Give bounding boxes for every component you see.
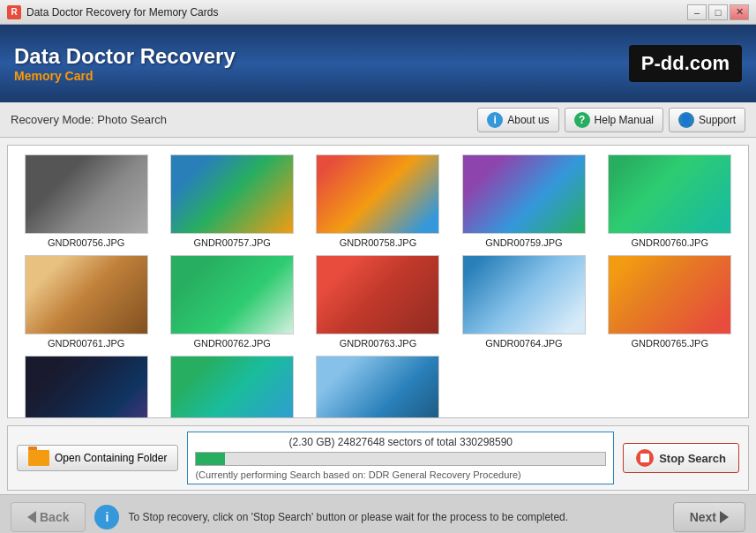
brand: Data Doctor Recovery Memory Card	[14, 44, 236, 83]
progress-bar-container	[195, 452, 606, 466]
photo-filename: GNDR00764.JPG	[485, 338, 562, 349]
photo-grid[interactable]: GNDR00756.JPGGNDR00757.JPGGNDR00758.JPGG…	[8, 146, 748, 417]
photo-thumbnail	[316, 154, 439, 234]
list-item[interactable]: GNDR00765.JPG	[601, 255, 739, 349]
photo-thumbnail	[25, 154, 148, 234]
list-item[interactable]: GNDR00767.JPG	[162, 356, 301, 417]
logo-text: P-dd.com	[641, 52, 730, 74]
minimize-button[interactable]: –	[687, 4, 707, 20]
photo-grid-container: GNDR00756.JPGGNDR00757.JPGGNDR00758.JPGG…	[7, 145, 749, 418]
photo-filename: GNDR00756.JPG	[48, 237, 124, 248]
progress-procedure-text: (Currently performing Search based on: D…	[195, 469, 606, 480]
info-icon: i	[487, 112, 503, 128]
support-button[interactable]: 👤 Support	[669, 108, 745, 132]
footer-message: To Stop recovery, click on 'Stop Search'…	[128, 511, 663, 523]
progress-block: (2.30 GB) 24827648 sectors of total 3302…	[187, 432, 614, 484]
back-button[interactable]: Back	[11, 502, 86, 532]
app-icon: R	[7, 5, 21, 19]
list-item[interactable]: GNDR00766.JPG	[17, 356, 155, 417]
photo-thumbnail	[25, 255, 148, 334]
about-us-button[interactable]: i About us	[477, 108, 558, 132]
logo-box: P-dd.com	[629, 45, 742, 82]
help-manual-label: Help Manual	[595, 114, 654, 126]
photo-thumbnail	[170, 356, 294, 417]
photo-filename: GNDR00759.JPG	[485, 237, 562, 248]
photo-thumbnail	[170, 255, 294, 334]
photo-thumbnail	[462, 255, 586, 334]
recovery-mode-label: Recovery Mode: Photo Search	[11, 113, 472, 126]
folder-icon	[28, 450, 49, 466]
photo-filename: GNDR00757.JPG	[193, 237, 270, 248]
footer-info-icon: i	[94, 505, 119, 529]
help-icon: ?	[574, 112, 590, 128]
open-containing-folder-button[interactable]: Open Containing Folder	[17, 445, 178, 471]
photo-filename: GNDR00761.JPG	[48, 338, 124, 349]
back-label: Back	[40, 510, 69, 524]
brand-main-text: Data Doctor Recovery	[14, 44, 236, 69]
photo-thumbnail	[25, 356, 148, 417]
list-item[interactable]: GNDR00758.JPG	[309, 154, 447, 248]
list-item[interactable]: GNDR00760.JPG	[601, 154, 739, 248]
arrow-right-icon	[720, 511, 729, 523]
stop-icon	[636, 449, 654, 467]
progress-bar-fill	[196, 453, 224, 465]
open-folder-label: Open Containing Folder	[55, 452, 167, 464]
photo-thumbnail	[608, 154, 731, 234]
arrow-left-icon	[27, 511, 36, 523]
help-manual-button[interactable]: ? Help Manual	[565, 108, 663, 132]
next-button[interactable]: Next	[673, 502, 745, 532]
list-item[interactable]: GNDR00756.JPG	[17, 154, 155, 248]
close-button[interactable]: ✕	[730, 4, 749, 20]
footer: Back i To Stop recovery, click on 'Stop …	[0, 494, 756, 533]
list-item[interactable]: GNDR00768.JPG	[309, 356, 447, 417]
list-item[interactable]: GNDR00764.JPG	[454, 255, 593, 349]
toolbar: Recovery Mode: Photo Search i About us ?…	[0, 102, 756, 138]
stop-search-label: Stop Search	[659, 452, 726, 465]
titlebar: R Data Doctor Recovery for Memory Cards …	[0, 0, 756, 25]
stop-search-button[interactable]: Stop Search	[623, 443, 739, 473]
list-item[interactable]: GNDR00762.JPG	[162, 255, 301, 349]
photo-thumbnail	[316, 255, 439, 334]
photo-thumbnail	[170, 154, 294, 234]
photo-filename: GNDR00762.JPG	[193, 338, 270, 349]
photo-thumbnail	[316, 356, 439, 417]
photo-filename: GNDR00758.JPG	[340, 237, 416, 248]
photo-thumbnail	[462, 154, 586, 234]
maximize-button[interactable]: □	[708, 4, 728, 20]
list-item[interactable]: GNDR00759.JPG	[454, 154, 593, 248]
list-item[interactable]: GNDR00763.JPG	[309, 255, 447, 349]
list-item[interactable]: GNDR00757.JPG	[162, 154, 301, 248]
list-item[interactable]: GNDR00761.JPG	[17, 255, 155, 349]
header: Data Doctor Recovery Memory Card P-dd.co…	[0, 25, 756, 102]
brand-sub-text: Memory Card	[14, 69, 236, 83]
about-us-label: About us	[507, 114, 549, 126]
next-label: Next	[690, 510, 716, 524]
progress-text: (2.30 GB) 24827648 sectors of total 3302…	[195, 436, 606, 448]
window-title: Data Doctor Recovery for Memory Cards	[26, 6, 687, 19]
photo-filename: GNDR00765.JPG	[632, 338, 708, 349]
support-label: Support	[699, 114, 736, 126]
photo-thumbnail	[608, 255, 731, 334]
photo-filename: GNDR00760.JPG	[632, 237, 708, 248]
user-icon: 👤	[678, 112, 694, 128]
photo-filename: GNDR00763.JPG	[340, 338, 416, 349]
status-area: Open Containing Folder (2.30 GB) 2482764…	[7, 425, 749, 491]
window-controls: – □ ✕	[687, 4, 749, 20]
